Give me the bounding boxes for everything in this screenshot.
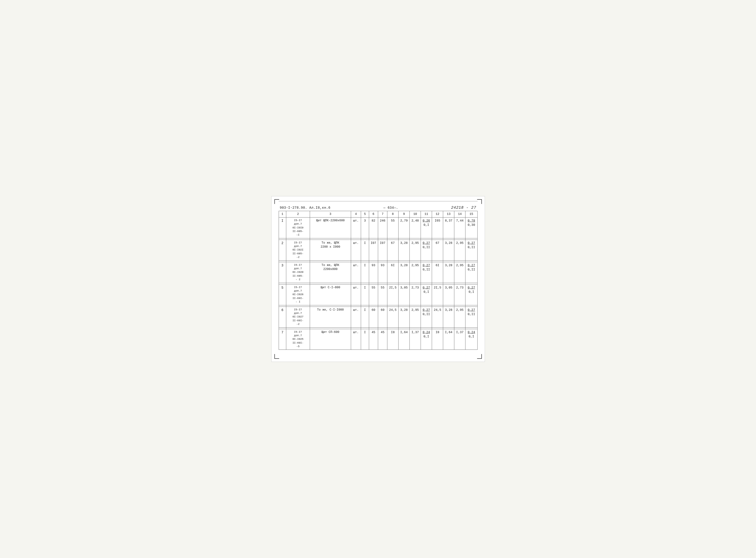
row-col-10: 2,95 [410, 239, 421, 260]
row-desc: Щит СП–600 [310, 329, 351, 350]
row-col-10: 2,95 [410, 262, 421, 283]
col-header-13: 13 [443, 211, 454, 217]
row-col-11: 0,270,I [421, 284, 432, 305]
row-num: 3 [279, 262, 286, 283]
corner-tl [275, 199, 279, 204]
row-col-15: 0,270,II [466, 307, 477, 327]
col-header-3: 3 [310, 211, 351, 217]
col-header-6: 6 [369, 211, 378, 217]
row-unit: шт. [351, 262, 361, 283]
row-col-11: 0,260,I [421, 217, 432, 238]
row-col-7: 55 [378, 284, 387, 305]
corner-bl [275, 354, 279, 359]
row-col-9: 2,79 [398, 217, 410, 238]
bottom-spacer [279, 350, 477, 355]
col-header-10: 10 [410, 211, 421, 217]
col-header-12: 12 [432, 211, 443, 217]
table-header-row: 1 2 3 4 5 6 7 8 9 10 11 12 13 14 15 [279, 211, 477, 217]
row-col-12: 24,5 [432, 307, 443, 327]
table-row: 5I5-I7 доп.7 0I-I026 II-69I- - IЩит С-I–… [279, 284, 477, 305]
row-col-6: 60 [369, 307, 378, 327]
row-col-7: 45 [378, 329, 387, 350]
row-col-9: I,64 [398, 329, 410, 350]
header-doc-num: 24218 - 27 [451, 206, 476, 210]
col-header-14: 14 [454, 211, 466, 217]
row-col-11: 0,270,II [421, 307, 432, 327]
row-col-13: 3,28 [443, 239, 454, 260]
row-unit: шт. [351, 329, 361, 350]
row-col-9: 3,28 [398, 307, 410, 327]
row-desc: То же, С-I-I000 [310, 307, 351, 327]
header-row: 903-I-278.90. Ал.I8,кн.6 — 634—. 24218 -… [279, 206, 477, 210]
row-col-14: 2,95 [454, 262, 466, 283]
col-header-1: 1 [279, 211, 286, 217]
header-page-num: — 634—. [383, 206, 398, 210]
row-col-5: I [361, 284, 369, 305]
row-col-8: 55 [387, 217, 398, 238]
row-col-7: 93 [378, 262, 387, 283]
row-num: 5 [279, 284, 286, 305]
row-col-15: 0,780,30 [466, 217, 477, 238]
row-col-15: 0,270,I [466, 284, 477, 305]
row-desc: То же, ЩПК 2200х800 [310, 262, 351, 283]
col-header-7: 7 [378, 211, 387, 217]
row-ref: I5-I7 доп.7 0I-I020 II-685- - 2 [286, 262, 310, 283]
row-col-15: 0,270,II [466, 262, 477, 283]
row-col-10: 2,73 [410, 284, 421, 305]
top-border-line [279, 201, 477, 201]
row-col-13: 8,37 [443, 217, 454, 238]
table-row: 2I5-I7 доп.7 0I-I02I II-685- -2То же, ЩП… [279, 239, 477, 260]
row-col-14: 7,44 [454, 217, 466, 238]
col-header-9: 9 [398, 211, 410, 217]
row-col-12: I8 [432, 329, 443, 350]
row-num: I [279, 217, 286, 238]
row-col-14: 2,95 [454, 307, 466, 327]
row-col-5: I [361, 329, 369, 350]
row-col-6: 93 [369, 262, 378, 283]
row-ref: I5-I7 доп.7 0I-I027 II-69I- -2 [286, 307, 310, 327]
row-col-9: 3,05 [398, 284, 410, 305]
row-col-11: 0,270,II [421, 262, 432, 283]
row-col-6: 82 [369, 217, 378, 238]
row-col-14: I,37 [454, 329, 466, 350]
row-col-13: 3,28 [443, 307, 454, 327]
col-header-11: 11 [421, 211, 432, 217]
row-ref: I5-I7 доп.7 0I-I02I II-685- -2 [286, 239, 310, 260]
row-col-12: 2I,5 [432, 284, 443, 305]
row-col-10: 2,95 [410, 307, 421, 327]
row-col-8: 67 [387, 239, 398, 260]
table-row: 6I5-I7 доп.7 0I-I027 II-69I- -2То же, С-… [279, 307, 477, 327]
col-header-5: 5 [361, 211, 369, 217]
table-row: II5-I7 доп.7 0I-I0I9 II-685- –IЩит ЩПК-2… [279, 217, 477, 238]
row-num: 2 [279, 239, 286, 260]
row-col-5: I [361, 307, 369, 327]
row-unit: шт. [351, 284, 361, 305]
row-ref: I5-I7 доп.7 0I-I025 II-69I- -5 [286, 329, 310, 350]
row-col-13: 3,28 [443, 262, 454, 283]
header-doc-ref: 903-I-278.90. Ал.I8,кн.6 [280, 206, 331, 210]
row-col-9: 3,28 [398, 262, 410, 283]
row-unit: шт. [351, 239, 361, 260]
row-col-15: 0,270,II [466, 239, 477, 260]
row-col-14: 2,95 [454, 239, 466, 260]
row-col-13: I,64 [443, 329, 454, 350]
row-num: 6 [279, 307, 286, 327]
row-col-5: I [361, 239, 369, 260]
row-col-5: I [361, 262, 369, 283]
col-header-8: 8 [387, 211, 398, 217]
main-data-table: 1 2 3 4 5 6 7 8 9 10 11 12 13 14 15 II5-… [279, 211, 477, 350]
row-col-14: 2,73 [454, 284, 466, 305]
row-col-15: 0,240,I [466, 329, 477, 350]
row-col-11: 0,240,I [421, 329, 432, 350]
row-col-10: 2,48 [410, 217, 421, 238]
col-header-15: 15 [466, 211, 477, 217]
row-col-7: I07 [378, 239, 387, 260]
corner-tr [477, 199, 482, 204]
row-num: 7 [279, 329, 286, 350]
row-col-12: 6I [432, 262, 443, 283]
row-col-7: 246 [378, 217, 387, 238]
corner-br [477, 354, 482, 359]
table-row: 3I5-I7 доп.7 0I-I020 II-685- - 2То же, Щ… [279, 262, 477, 283]
row-col-6: 55 [369, 284, 378, 305]
row-col-12: 67 [432, 239, 443, 260]
